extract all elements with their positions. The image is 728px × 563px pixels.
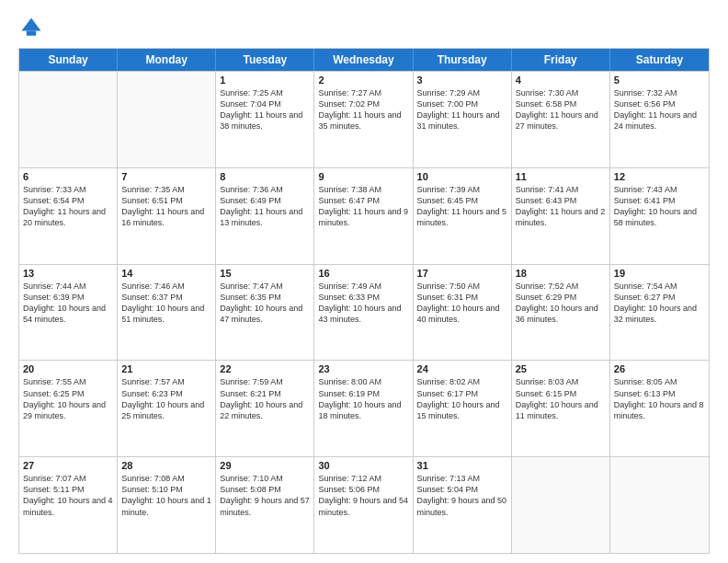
day-number: 2 [318,75,408,86]
cal-cell: 12Sunrise: 7:43 AM Sunset: 6:41 PM Dayli… [610,168,709,264]
cal-cell: 10Sunrise: 7:39 AM Sunset: 6:45 PM Dayli… [414,168,512,264]
day-number: 6 [23,171,113,182]
day-number: 18 [516,268,606,279]
day-info: Sunrise: 7:47 AM Sunset: 6:35 PM Dayligh… [220,281,310,326]
day-info: Sunrise: 7:52 AM Sunset: 6:29 PM Dayligh… [516,281,606,326]
logo [18,15,48,40]
cal-cell: 13Sunrise: 7:44 AM Sunset: 6:39 PM Dayli… [19,265,118,361]
day-number: 9 [318,171,408,182]
header-day-friday: Friday [512,49,610,71]
cal-cell: 21Sunrise: 7:57 AM Sunset: 6:23 PM Dayli… [118,361,216,456]
day-info: Sunrise: 7:35 AM Sunset: 6:51 PM Dayligh… [121,184,211,229]
week-row-1: 1Sunrise: 7:25 AM Sunset: 7:04 PM Daylig… [19,71,709,167]
cal-cell: 29Sunrise: 7:10 AM Sunset: 5:08 PM Dayli… [216,457,314,553]
day-number: 31 [417,460,507,471]
header-day-sunday: Sunday [19,49,118,71]
day-info: Sunrise: 7:38 AM Sunset: 6:47 PM Dayligh… [318,184,408,229]
cal-cell: 18Sunrise: 7:52 AM Sunset: 6:29 PM Dayli… [512,265,610,361]
header-day-wednesday: Wednesday [314,49,413,71]
week-row-3: 13Sunrise: 7:44 AM Sunset: 6:39 PM Dayli… [19,264,709,361]
day-info: Sunrise: 7:46 AM Sunset: 6:37 PM Dayligh… [121,281,211,326]
cal-cell: 17Sunrise: 7:50 AM Sunset: 6:31 PM Dayli… [414,265,512,361]
cal-cell: 31Sunrise: 7:13 AM Sunset: 5:04 PM Dayli… [414,457,512,553]
week-row-5: 27Sunrise: 7:07 AM Sunset: 5:11 PM Dayli… [19,456,709,553]
day-number: 23 [318,363,408,374]
day-info: Sunrise: 7:41 AM Sunset: 6:43 PM Dayligh… [516,184,606,229]
cal-cell [118,72,216,167]
day-info: Sunrise: 7:49 AM Sunset: 6:33 PM Dayligh… [318,281,408,326]
day-info: Sunrise: 7:10 AM Sunset: 5:08 PM Dayligh… [220,473,310,518]
day-info: Sunrise: 7:55 AM Sunset: 6:25 PM Dayligh… [23,376,113,421]
cal-cell [512,457,610,553]
day-info: Sunrise: 7:07 AM Sunset: 5:11 PM Dayligh… [23,473,113,518]
day-info: Sunrise: 7:13 AM Sunset: 5:04 PM Dayligh… [417,473,507,518]
cal-cell: 30Sunrise: 7:12 AM Sunset: 5:06 PM Dayli… [314,457,413,553]
svg-marker-0 [22,18,41,31]
day-number: 19 [614,268,705,279]
day-number: 22 [220,363,310,374]
day-info: Sunrise: 7:57 AM Sunset: 6:23 PM Dayligh… [121,376,211,421]
day-info: Sunrise: 8:05 AM Sunset: 6:13 PM Dayligh… [614,376,705,421]
cal-cell: 19Sunrise: 7:54 AM Sunset: 6:27 PM Dayli… [610,265,709,361]
logo-icon [18,15,44,40]
day-info: Sunrise: 7:50 AM Sunset: 6:31 PM Dayligh… [417,281,507,326]
header-day-monday: Monday [118,49,216,71]
cal-cell: 28Sunrise: 7:08 AM Sunset: 5:10 PM Dayli… [118,457,216,553]
day-number: 16 [318,268,408,279]
day-info: Sunrise: 7:39 AM Sunset: 6:45 PM Dayligh… [417,184,507,229]
day-number: 10 [417,171,507,182]
day-number: 15 [220,268,310,279]
svg-rect-1 [27,31,37,36]
day-info: Sunrise: 7:25 AM Sunset: 7:04 PM Dayligh… [220,87,310,132]
cal-cell: 9Sunrise: 7:38 AM Sunset: 6:47 PM Daylig… [314,168,413,264]
day-number: 7 [121,171,211,182]
day-info: Sunrise: 7:59 AM Sunset: 6:21 PM Dayligh… [220,376,310,421]
day-number: 14 [121,268,211,279]
day-number: 5 [614,75,705,86]
day-info: Sunrise: 8:02 AM Sunset: 6:17 PM Dayligh… [417,376,507,421]
day-info: Sunrise: 7:33 AM Sunset: 6:54 PM Dayligh… [23,184,113,229]
cal-cell: 7Sunrise: 7:35 AM Sunset: 6:51 PM Daylig… [118,168,216,264]
header-day-tuesday: Tuesday [216,49,314,71]
day-number: 29 [220,460,310,471]
week-row-4: 20Sunrise: 7:55 AM Sunset: 6:25 PM Dayli… [19,360,709,456]
day-info: Sunrise: 8:03 AM Sunset: 6:15 PM Dayligh… [516,376,606,421]
day-number: 11 [516,171,606,182]
day-info: Sunrise: 7:44 AM Sunset: 6:39 PM Dayligh… [23,281,113,326]
day-info: Sunrise: 7:54 AM Sunset: 6:27 PM Dayligh… [614,281,705,326]
cal-cell [19,72,118,167]
cal-cell: 23Sunrise: 8:00 AM Sunset: 6:19 PM Dayli… [314,361,413,456]
cal-cell: 2Sunrise: 7:27 AM Sunset: 7:02 PM Daylig… [314,72,413,167]
day-info: Sunrise: 7:36 AM Sunset: 6:49 PM Dayligh… [220,184,310,229]
cal-cell: 1Sunrise: 7:25 AM Sunset: 7:04 PM Daylig… [216,72,314,167]
day-info: Sunrise: 7:29 AM Sunset: 7:00 PM Dayligh… [417,87,507,132]
day-info: Sunrise: 7:08 AM Sunset: 5:10 PM Dayligh… [121,473,211,518]
day-info: Sunrise: 7:43 AM Sunset: 6:41 PM Dayligh… [614,184,705,229]
day-number: 13 [23,268,113,279]
header-day-thursday: Thursday [414,49,512,71]
cal-cell: 14Sunrise: 7:46 AM Sunset: 6:37 PM Dayli… [118,265,216,361]
header-day-saturday: Saturday [610,49,709,71]
day-number: 1 [220,75,310,86]
calendar-header: SundayMondayTuesdayWednesdayThursdayFrid… [19,49,709,71]
week-row-2: 6Sunrise: 7:33 AM Sunset: 6:54 PM Daylig… [19,167,709,264]
day-number: 3 [417,75,507,86]
cal-cell: 11Sunrise: 7:41 AM Sunset: 6:43 PM Dayli… [512,168,610,264]
cal-cell: 22Sunrise: 7:59 AM Sunset: 6:21 PM Dayli… [216,361,314,456]
day-info: Sunrise: 7:27 AM Sunset: 7:02 PM Dayligh… [318,87,408,132]
cal-cell: 8Sunrise: 7:36 AM Sunset: 6:49 PM Daylig… [216,168,314,264]
day-number: 24 [417,363,507,374]
calendar: SundayMondayTuesdayWednesdayThursdayFrid… [18,48,710,554]
day-info: Sunrise: 7:30 AM Sunset: 6:58 PM Dayligh… [516,87,606,132]
day-number: 27 [23,460,113,471]
day-number: 30 [318,460,408,471]
day-number: 26 [614,363,705,374]
header [18,15,710,40]
page: SundayMondayTuesdayWednesdayThursdayFrid… [0,0,728,563]
day-info: Sunrise: 8:00 AM Sunset: 6:19 PM Dayligh… [318,376,408,421]
calendar-body: 1Sunrise: 7:25 AM Sunset: 7:04 PM Daylig… [19,71,709,553]
day-number: 21 [121,363,211,374]
day-number: 20 [23,363,113,374]
cal-cell: 26Sunrise: 8:05 AM Sunset: 6:13 PM Dayli… [610,361,709,456]
cal-cell: 24Sunrise: 8:02 AM Sunset: 6:17 PM Dayli… [414,361,512,456]
